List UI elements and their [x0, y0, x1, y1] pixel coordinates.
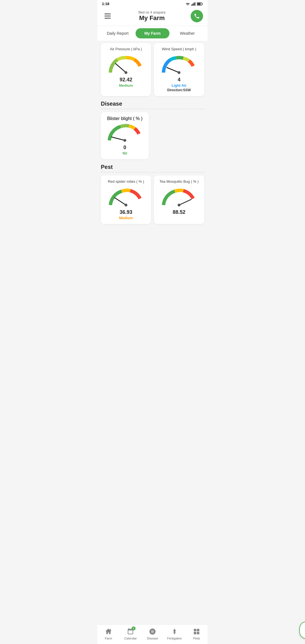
pest-cards-row: Red spider mites ( % ) 36.93 Medium Tea …	[101, 175, 204, 224]
svg-rect-1	[191, 5, 192, 6]
tea-mosquitto-bug-card: Tea Mosquitto Bug ( % ) 88.52	[154, 175, 204, 224]
svg-rect-2	[192, 4, 193, 6]
header-center: filed no 4 anapara My Farm	[138, 10, 165, 22]
disease-section-header: Disease	[101, 101, 204, 109]
red-spider-mites-value: 36.93	[104, 209, 148, 215]
red-spider-mites-gauge	[108, 186, 144, 207]
svg-rect-6	[202, 3, 203, 5]
svg-point-16	[123, 139, 126, 142]
wifi-icon	[186, 2, 190, 6]
svg-line-17	[115, 198, 126, 205]
svg-rect-4	[195, 2, 195, 6]
red-spider-mites-label: Medium	[104, 216, 148, 220]
svg-point-14	[178, 71, 180, 74]
svg-point-20	[178, 204, 180, 206]
svg-rect-10	[104, 18, 111, 19]
wind-speed-card: Wind Speed ( kmph )	[154, 43, 204, 96]
blister-blight-title: Blister blight ( % )	[104, 116, 146, 121]
pest-section-header: Pest	[101, 164, 204, 173]
tab-weather[interactable]: Weather	[171, 28, 204, 38]
wind-speed-gauge	[161, 53, 197, 75]
svg-line-19	[179, 199, 191, 205]
call-button[interactable]	[191, 10, 203, 22]
header: filed no 4 anapara My Farm	[97, 8, 208, 26]
weather-gauges-row: Air Pressure ( kPa )	[101, 43, 204, 96]
header-subtitle: filed no 4 anapara	[138, 10, 165, 14]
menu-icon	[104, 14, 111, 19]
status-time: 1:18	[102, 2, 109, 6]
tea-mosquitto-bug-title: Tea Mosquitto Bug ( % )	[157, 179, 201, 184]
svg-line-11	[116, 64, 126, 73]
wind-speed-value: 4	[157, 77, 201, 83]
tab-bar: Daily Report My Farm Weather	[97, 26, 208, 41]
air-pressure-title: Air Pressure ( kPa )	[104, 47, 148, 51]
blister-blight-card: Blister blight ( % ) 0 Nil	[101, 112, 149, 159]
signal-icon	[191, 2, 196, 6]
tea-mosquitto-bug-value: 88.52	[157, 209, 201, 215]
air-pressure-label: Medium	[104, 83, 148, 88]
air-pressure-value: 92.42	[104, 77, 148, 83]
battery-icon	[197, 2, 203, 6]
tea-mosquitto-bug-gauge	[161, 186, 197, 207]
svg-line-15	[112, 137, 125, 140]
svg-rect-9	[104, 16, 111, 17]
svg-rect-3	[193, 3, 194, 6]
wind-speed-title: Wind Speed ( kmph )	[157, 47, 201, 51]
svg-point-18	[125, 204, 127, 206]
status-icons	[186, 2, 203, 6]
blister-blight-label: Nil	[104, 151, 146, 155]
red-spider-mites-card: Red spider mites ( % ) 36.93 Medium	[101, 175, 151, 224]
tab-daily-report[interactable]: Daily Report	[101, 28, 134, 38]
air-pressure-gauge	[108, 53, 144, 75]
tab-my-farm[interactable]: My Farm	[136, 28, 169, 38]
blister-blight-value: 0	[104, 145, 146, 151]
svg-rect-7	[197, 3, 201, 5]
wind-speed-direction: Direction:SSW	[157, 88, 201, 92]
svg-rect-8	[104, 14, 111, 14]
red-spider-mites-title: Red spider mites ( % )	[104, 179, 148, 184]
header-title: My Farm	[138, 14, 165, 22]
status-bar: 1:18	[97, 0, 208, 8]
main-content: Air Pressure ( kPa )	[97, 41, 208, 249]
air-pressure-card: Air Pressure ( kPa )	[101, 43, 151, 96]
wind-speed-label: Light Air	[157, 83, 201, 88]
menu-button[interactable]	[102, 10, 113, 22]
call-icon	[194, 13, 200, 19]
svg-point-0	[188, 5, 188, 5]
svg-line-13	[167, 68, 179, 73]
svg-point-12	[125, 71, 127, 74]
blister-blight-gauge	[106, 121, 143, 142]
